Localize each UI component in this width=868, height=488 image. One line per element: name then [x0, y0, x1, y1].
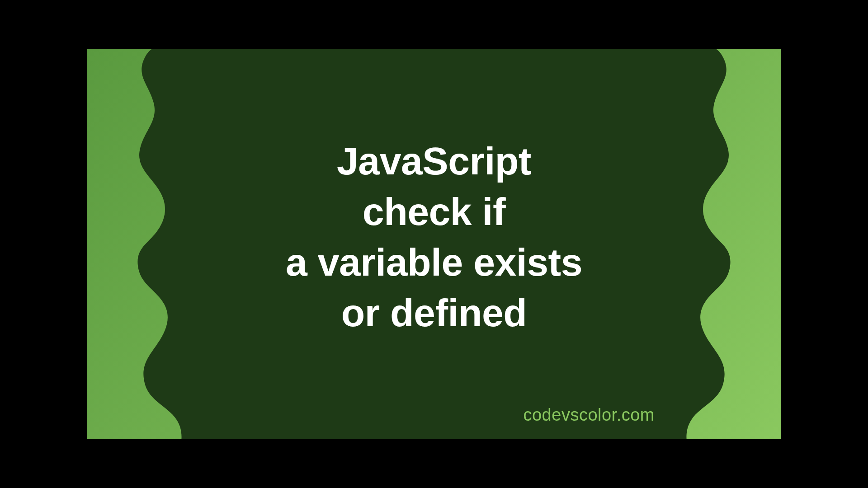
title-line-2: check if	[286, 187, 582, 237]
content-area: JavaScript check if a variable exists or…	[87, 49, 781, 439]
banner-title: JavaScript check if a variable exists or…	[286, 136, 582, 338]
brand-watermark: codevscolor.com	[523, 405, 655, 425]
banner-card: JavaScript check if a variable exists or…	[87, 49, 781, 439]
title-line-3: a variable exists	[286, 237, 582, 288]
title-line-1: JavaScript	[286, 136, 582, 187]
title-line-4: or defined	[286, 288, 582, 338]
